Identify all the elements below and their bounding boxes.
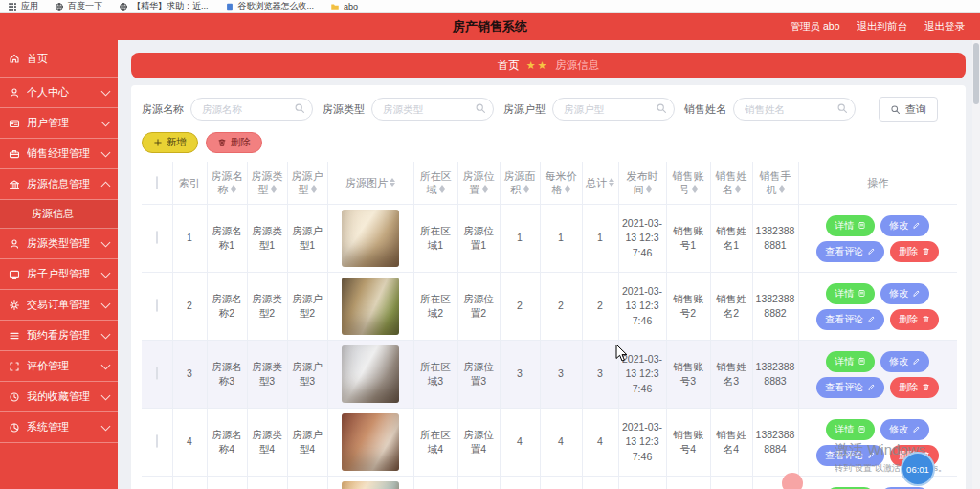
search-icon <box>294 102 305 114</box>
sidebar-item[interactable]: 系统管理 <box>0 412 118 443</box>
column-header[interactable]: 房源类型 <box>247 162 287 205</box>
header-user[interactable]: 管理员 abo <box>791 20 840 33</box>
sort-caret-icon[interactable] <box>565 184 570 194</box>
sort-caret-icon[interactable] <box>692 184 698 194</box>
row-edit-button[interactable]: 修改 <box>880 351 929 372</box>
row-edit-button[interactable]: 修改 <box>880 283 929 304</box>
sidebar-item[interactable]: 评价管理 <box>0 351 118 382</box>
breadcrumb-home[interactable]: 首页 <box>498 58 520 73</box>
sort-caret-icon[interactable] <box>779 184 785 194</box>
sidebar-item[interactable]: 用户管理 <box>0 108 118 139</box>
cell-region: 所在区域1 <box>413 205 457 273</box>
sidebar-item[interactable]: 房源类型管理 <box>0 229 118 259</box>
header-link[interactable]: 退出登录 <box>924 20 965 33</box>
sort-caret-icon[interactable] <box>523 184 529 194</box>
cell-type: 房源类型1 <box>247 205 287 273</box>
sidebar-item-label: 我的收藏管理 <box>27 389 90 404</box>
row-edit-button[interactable]: 修改 <box>880 419 929 440</box>
search-filter: 房源类型 <box>323 98 494 121</box>
sidebar-item[interactable]: 房子户型管理 <box>0 259 118 290</box>
property-photo[interactable] <box>342 278 399 335</box>
sidebar-item[interactable]: 交易订单管理 <box>0 290 118 321</box>
header-select-all <box>142 162 172 205</box>
property-photo[interactable] <box>342 413 399 471</box>
row-view-comments-button[interactable]: 查看评论 <box>816 377 884 398</box>
column-header[interactable]: 销售账号 <box>666 162 710 205</box>
column-header[interactable]: 房源位置 <box>457 162 500 205</box>
row-view-comments-button[interactable]: 查看评论 <box>816 445 884 466</box>
sort-caret-icon[interactable] <box>735 184 741 194</box>
cell-area: 2 <box>500 273 540 341</box>
row-checkbox[interactable] <box>156 231 158 244</box>
header-link[interactable]: 退出到前台 <box>858 20 908 33</box>
scrollbar[interactable] <box>972 40 980 489</box>
recording-timer-badge[interactable]: 06:01 <box>901 452 935 486</box>
column-header[interactable]: 发布时间 <box>618 162 666 205</box>
cell-layout: 房源户型3 <box>287 341 327 409</box>
column-header[interactable]: 每米价格 <box>540 162 582 205</box>
sidebar-subitem[interactable]: 房源信息 <box>0 200 118 229</box>
row-checkbox[interactable] <box>156 434 158 448</box>
sort-caret-icon[interactable] <box>439 184 445 194</box>
add-button[interactable]: 新增 <box>142 132 198 153</box>
cell-total: 1 <box>582 205 618 273</box>
row-checkbox[interactable] <box>156 367 158 380</box>
pencil-icon <box>912 357 921 366</box>
bookmark-item[interactable]: 应用 <box>8 0 38 12</box>
row-delete-button[interactable]: 删除 <box>890 377 939 398</box>
delete-button[interactable]: 删除 <box>206 132 262 153</box>
column-header[interactable]: 销售姓名 <box>710 162 752 205</box>
scrollbar-thumb[interactable] <box>973 43 979 104</box>
property-photo[interactable] <box>342 481 399 489</box>
sort-caret-icon[interactable] <box>646 184 652 194</box>
row-detail-button[interactable]: 详情 <box>826 419 875 440</box>
row-detail-button[interactable]: 详情 <box>826 283 875 304</box>
column-header[interactable]: 房源户型 <box>287 162 327 205</box>
row-checkbox[interactable] <box>156 299 158 312</box>
row-delete-button[interactable]: 删除 <box>890 309 939 330</box>
sidebar-item-label: 销售经理管理 <box>27 146 90 161</box>
sidebar-item[interactable]: 销售经理管理 <box>0 139 118 169</box>
breadcrumb-current: 房源信息 <box>555 58 599 73</box>
column-header[interactable]: 房源图片 <box>327 162 413 205</box>
sort-caret-icon[interactable] <box>231 184 236 194</box>
column-header[interactable]: 总计 <box>582 162 618 205</box>
table-toolbar: 新增 删除 <box>142 132 955 153</box>
column-header[interactable]: 所在区域 <box>413 162 457 205</box>
query-button[interactable]: 查询 <box>879 97 938 122</box>
sort-caret-icon[interactable] <box>311 184 317 194</box>
sort-caret-icon[interactable] <box>609 177 614 188</box>
chevron-down-icon <box>101 237 111 247</box>
row-detail-button[interactable]: 详情 <box>826 215 875 236</box>
row-delete-button[interactable]: 删除 <box>890 241 939 262</box>
sort-caret-icon[interactable] <box>271 184 277 194</box>
column-header[interactable]: 房源面积 <box>500 162 540 205</box>
bookmark-label: abo <box>344 2 358 11</box>
column-header[interactable]: 销售手机 <box>752 162 798 205</box>
sidebar-item[interactable]: 房源信息管理 <box>0 169 118 200</box>
row-edit-button[interactable]: 修改 <box>880 215 929 236</box>
frame-icon <box>9 361 20 372</box>
chevron-down-icon <box>101 86 111 96</box>
property-photo[interactable] <box>342 345 399 403</box>
sidebar-item[interactable]: 首页 <box>0 40 118 78</box>
bookmark-item[interactable]: 【精华】求助：近... <box>119 0 209 12</box>
column-header[interactable]: 房源名称 <box>207 162 247 205</box>
bookmark-item[interactable]: 百度一下 <box>55 0 102 12</box>
sort-caret-icon[interactable] <box>390 177 395 188</box>
sidebar-item[interactable]: 个人中心 <box>0 78 118 108</box>
cell-name: 房源名称1 <box>207 205 247 273</box>
doc-icon <box>858 289 866 298</box>
bookmark-item[interactable]: abo <box>330 2 358 11</box>
select-all-checkbox[interactable] <box>156 176 158 189</box>
table-row: 1房源名称1房源类型1房源户型1所在区域1房源位置11112021-03-13 … <box>142 205 957 273</box>
recorder-dot[interactable] <box>782 473 803 489</box>
row-detail-button[interactable]: 详情 <box>826 351 875 372</box>
property-photo[interactable] <box>342 210 399 267</box>
sort-caret-icon[interactable] <box>482 184 488 194</box>
row-view-comments-button[interactable]: 查看评论 <box>816 309 884 330</box>
sidebar-item[interactable]: 我的收藏管理 <box>0 382 118 412</box>
row-view-comments-button[interactable]: 查看评论 <box>816 241 884 262</box>
bookmark-item[interactable]: 谷歌浏览器怎么收... <box>225 0 315 12</box>
sidebar-item[interactable]: 预约看房管理 <box>0 321 118 351</box>
